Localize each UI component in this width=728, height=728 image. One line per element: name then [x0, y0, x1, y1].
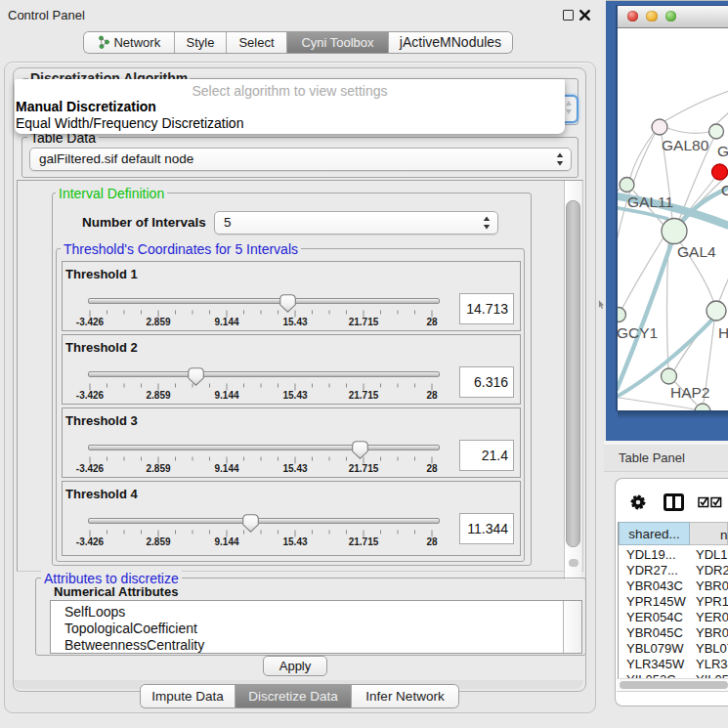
svg-text:GA: GA	[717, 143, 728, 159]
svg-text:HAP2: HAP2	[670, 384, 710, 401]
svg-text:GAL80: GAL80	[662, 137, 709, 153]
svg-text:HA: HA	[718, 324, 728, 341]
svg-text:CD: CD	[721, 182, 728, 198]
svg-text:GAL4: GAL4	[677, 243, 716, 260]
svg-text:GAL11: GAL11	[627, 193, 673, 210]
svg-text:GCY1: GCY1	[618, 324, 658, 341]
